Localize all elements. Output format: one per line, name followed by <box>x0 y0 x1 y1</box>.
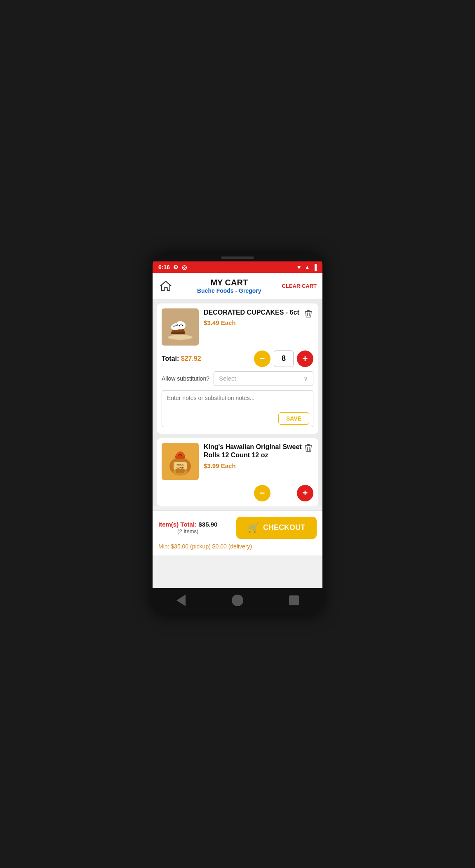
cupcakes-name: DECORATED CUPCAKES - 6ct <box>204 308 313 317</box>
footer-top-row: Item(s) Total: $35.90 (2 Items) 🛒 CHECKO… <box>158 517 317 539</box>
svg-rect-22 <box>307 444 310 445</box>
svg-point-4 <box>168 335 193 340</box>
svg-point-17 <box>179 325 180 326</box>
cupcakes-top-row: DECORATED CUPCAKES - 6ct $3.49 Each <box>162 308 313 346</box>
cupcakes-price: $3.49 Each <box>204 319 313 326</box>
status-bar: 6:16 ⚙ ◎ ▼ ▲ ▐ <box>153 261 322 273</box>
items-total-amount: $35.90 <box>199 521 218 528</box>
phone-frame: 6:16 ⚙ ◎ ▼ ▲ ▐ MY CART Buche Foods - Gre… <box>153 254 322 614</box>
items-total-row: Item(s) Total: $35.90 <box>158 521 217 528</box>
recent-nav-icon <box>289 595 299 605</box>
svg-rect-0 <box>305 311 312 312</box>
header-center: MY CART Buche Foods - Gregory <box>176 278 282 294</box>
cart-item-cupcakes: DECORATED CUPCAKES - 6ct $3.49 Each Tota… <box>157 303 318 434</box>
cart-scroll-area: DECORATED CUPCAKES - 6ct $3.49 Each Tota… <box>153 299 322 506</box>
battery-icon: ▐ <box>313 264 317 271</box>
cupcakes-qty-controls: − 8 + <box>254 350 313 367</box>
substitution-row: Allow substitution? Select ∨ <box>162 371 313 386</box>
svg-point-19 <box>174 325 175 327</box>
back-icon <box>176 595 186 606</box>
navigation-bar <box>153 588 322 614</box>
cart-item-rolls: KING'S HAWAIIAN King's Hawaiian Original… <box>157 438 318 506</box>
substitution-placeholder: Select <box>219 375 236 382</box>
cupcakes-increase-button[interactable]: + <box>297 350 313 367</box>
rolls-price: $3.99 Each <box>204 462 313 469</box>
screen-content: DECORATED CUPCAKES - 6ct $3.49 Each Tota… <box>153 299 322 588</box>
min-order-text: Min: $35.00 (pickup) $0.00 (delivery) <box>158 543 317 550</box>
cupcakes-decrease-button[interactable]: − <box>254 350 270 367</box>
clear-cart-button[interactable]: CLEAR CART <box>282 283 317 289</box>
cupcakes-total: Total: $27.92 <box>162 355 201 362</box>
cell-icon: ▲ <box>304 264 310 271</box>
rolls-qty-controls: − + <box>162 485 313 501</box>
status-right: ▼ ▲ ▐ <box>296 264 317 271</box>
save-notes-button[interactable]: SAVE <box>278 412 309 425</box>
notch <box>221 256 254 259</box>
rolls-details: King's Hawaiian Original Sweet Rolls 12 … <box>204 443 313 470</box>
cupcakes-details: DECORATED CUPCAKES - 6ct $3.49 Each <box>204 308 313 327</box>
cart-footer: Item(s) Total: $35.90 (2 Items) 🛒 CHECKO… <box>153 510 322 555</box>
svg-point-26 <box>175 455 185 459</box>
checkout-label: CHECKOUT <box>263 523 305 532</box>
recent-nav-button[interactable] <box>287 593 301 608</box>
rolls-decrease-button[interactable]: − <box>254 485 270 501</box>
status-left: 6:16 ⚙ ◎ <box>158 264 187 271</box>
signal-circle-icon: ◎ <box>182 264 187 271</box>
cupcakes-total-label: Total: <box>162 355 179 362</box>
chevron-down-icon: ∨ <box>303 375 308 382</box>
substitution-label: Allow substitution? <box>162 375 209 382</box>
store-name: Buche Foods - Gregory <box>176 287 282 294</box>
svg-rect-21 <box>305 445 312 446</box>
checkout-button[interactable]: 🛒 CHECKOUT <box>236 517 317 539</box>
app-header: MY CART Buche Foods - Gregory CLEAR CART <box>153 273 322 299</box>
cupcakes-total-value: $27.92 <box>181 355 201 362</box>
rolls-top-row: KING'S HAWAIIAN King's Hawaiian Original… <box>162 443 313 480</box>
cupcakes-controls-row: Total: $27.92 − 8 + <box>162 350 313 367</box>
rolls-increase-button[interactable]: + <box>297 485 313 501</box>
svg-point-14 <box>177 321 183 327</box>
svg-text:HAWAIIAN: HAWAIIAN <box>176 467 184 469</box>
delete-rolls-button[interactable] <box>303 443 313 455</box>
svg-rect-1 <box>307 310 310 311</box>
items-count: (2 Items) <box>158 528 217 534</box>
notes-container: SAVE <box>162 390 313 429</box>
svg-point-18 <box>182 325 183 326</box>
home-button[interactable] <box>158 278 176 293</box>
home-nav-button[interactable] <box>230 593 245 608</box>
svg-point-34 <box>180 468 185 473</box>
svg-point-16 <box>181 323 182 325</box>
svg-point-20 <box>176 325 177 326</box>
time-display: 6:16 <box>158 264 170 271</box>
notch-bar <box>153 254 322 261</box>
home-nav-icon <box>232 595 243 606</box>
page-title: MY CART <box>176 278 282 287</box>
cupcakes-image <box>162 308 199 346</box>
rolls-image: KING'S HAWAIIAN <box>162 443 199 480</box>
delete-cupcakes-button[interactable] <box>303 308 313 321</box>
rolls-name: King's Hawaiian Original Sweet Rolls 12 … <box>204 443 313 460</box>
home-icon <box>158 278 173 293</box>
items-total-section: Item(s) Total: $35.90 (2 Items) <box>158 521 217 534</box>
gear-icon: ⚙ <box>173 264 179 271</box>
substitution-select[interactable]: Select ∨ <box>214 371 313 386</box>
items-total-label: Item(s) Total: <box>158 521 197 528</box>
back-nav-button[interactable] <box>174 593 188 608</box>
svg-text:KING'S: KING'S <box>176 463 184 466</box>
cupcakes-quantity: 8 <box>274 350 294 367</box>
cart-icon: 🛒 <box>248 522 259 533</box>
svg-rect-6 <box>175 332 185 334</box>
wifi-icon: ▼ <box>296 264 302 271</box>
svg-point-15 <box>177 324 179 325</box>
